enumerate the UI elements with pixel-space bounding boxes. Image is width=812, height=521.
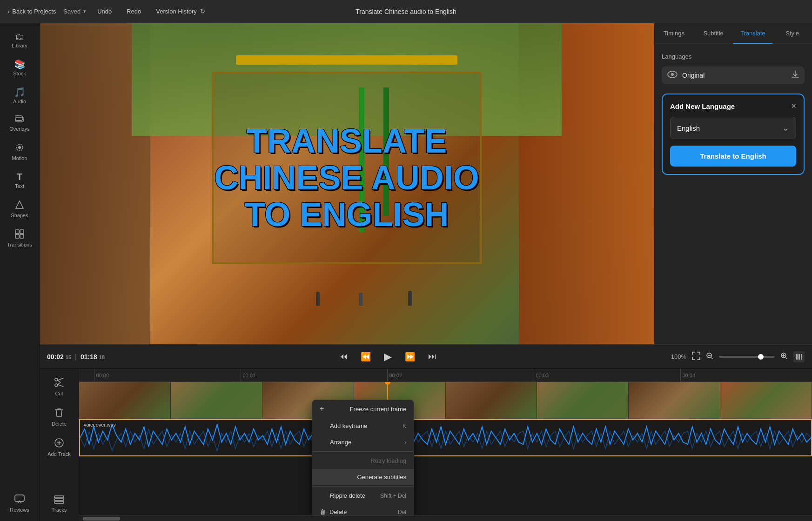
- ctx-separator-1: [312, 451, 414, 452]
- chevron-down-icon: ⌄: [782, 123, 789, 133]
- topbar: ‹ Back to Projects Saved ▾ Undo Redo Ver…: [0, 0, 812, 23]
- thumb-5: [537, 382, 629, 419]
- cut-tool[interactable]: Cut: [42, 373, 76, 401]
- back-to-projects-button[interactable]: ‹ Back to Projects: [7, 8, 56, 15]
- ctx-arrange[interactable]: Arrange ›: [312, 434, 414, 450]
- redo-button[interactable]: Redo: [123, 6, 145, 17]
- saved-chevron-icon: ▾: [83, 8, 86, 14]
- tracks-tool[interactable]: Tracks: [42, 491, 76, 517]
- sidebar-item-stock[interactable]: 📚 Stock: [3, 55, 36, 81]
- ctx-delete[interactable]: 🗑 Delete Del: [312, 504, 414, 515]
- content-area: TRANSLATE CHINESE AUDIO TO ENGLISH Timin…: [40, 23, 812, 521]
- ruler-mark-3: 00:03: [534, 369, 549, 381]
- audio-track: voiceover.wav // We'll use inline rects …: [79, 419, 812, 456]
- svg-rect-6: [20, 230, 24, 234]
- main-layout: 🗂 Library 📚 Stock 🎵 Audio Overlays Motio…: [0, 23, 812, 521]
- thumb-6: [629, 382, 720, 419]
- play-button[interactable]: ▶: [382, 349, 394, 365]
- text-icon: T: [17, 172, 22, 181]
- ctx-freeze-frame[interactable]: + Freeze current frame: [312, 400, 414, 418]
- sidebar-item-library[interactable]: 🗂 Library: [3, 27, 36, 53]
- version-history-button[interactable]: Version History ↻: [152, 6, 209, 17]
- languages-section-label: Languages: [662, 53, 805, 60]
- svg-rect-20: [54, 496, 64, 498]
- overlays-icon: [15, 115, 24, 124]
- sidebar-item-overlays[interactable]: Overlays: [3, 111, 36, 136]
- add-track-icon: [54, 438, 64, 449]
- tab-subtitle[interactable]: Subtitle: [694, 23, 733, 43]
- scroll-thumb[interactable]: [83, 517, 120, 521]
- svg-point-11: [671, 73, 674, 76]
- sidebar-item-motion[interactable]: Motion: [3, 138, 36, 166]
- stock-icon: 📚: [14, 60, 26, 69]
- context-menu: + Freeze current frame Add keyframe K Ar…: [312, 400, 414, 515]
- fullscreen-button[interactable]: [692, 352, 700, 362]
- ctx-separator-2: [312, 486, 414, 487]
- video-track: [79, 382, 812, 419]
- svg-rect-22: [54, 501, 64, 503]
- ctx-delete-icon: 🗑: [320, 508, 326, 515]
- language-select-dropdown[interactable]: English ⌄: [670, 117, 796, 139]
- tab-timings[interactable]: Timings: [654, 23, 694, 43]
- sidebar-item-reviews[interactable]: Reviews: [3, 490, 36, 517]
- skip-to-end-button[interactable]: ⏭: [426, 350, 438, 363]
- tab-translate[interactable]: Translate: [733, 23, 773, 43]
- back-arrow-icon: ‹: [7, 8, 9, 15]
- shapes-icon: [15, 200, 24, 211]
- zoom-thumb: [758, 354, 764, 360]
- undo-button[interactable]: Undo: [94, 6, 115, 17]
- track-thumbnails: [79, 382, 812, 419]
- ruler-mark-4: 00:04: [680, 369, 696, 381]
- tracks-icon: [54, 495, 64, 505]
- skip-to-start-button[interactable]: ⏮: [337, 350, 349, 363]
- preview-panel-row: TRANSLATE CHINESE AUDIO TO ENGLISH Timin…: [40, 23, 812, 344]
- left-sidebar: 🗂 Library 📚 Stock 🎵 Audio Overlays Motio…: [0, 23, 40, 521]
- timeline-content: 00:00 00:01 00:02 00:03 00:04: [79, 369, 812, 521]
- svg-rect-15: [799, 354, 800, 360]
- zoom-in-button[interactable]: [780, 352, 788, 361]
- video-background: TRANSLATE CHINESE AUDIO TO ENGLISH: [40, 23, 654, 344]
- ctx-generate-subtitles[interactable]: Generate subtitles: [312, 469, 414, 485]
- svg-marker-4: [16, 201, 23, 208]
- sidebar-item-audio[interactable]: 🎵 Audio: [3, 83, 36, 109]
- ctx-add-keyframe[interactable]: Add keyframe K: [312, 418, 414, 434]
- add-language-card: Add New Language × English ⌄ Translate t…: [662, 94, 805, 175]
- svg-rect-7: [15, 234, 19, 238]
- current-time-display: 00:02 15 | 01:18 18: [47, 353, 105, 361]
- ruler-mark-2: 00:02: [387, 369, 403, 381]
- video-preview: TRANSLATE CHINESE AUDIO TO ENGLISH: [40, 23, 654, 344]
- saved-status: Saved ▾: [63, 8, 86, 15]
- svg-rect-8: [20, 234, 24, 238]
- ruler-mark-1: 00:01: [241, 369, 256, 381]
- video-text-overlay: TRANSLATE CHINESE AUDIO TO ENGLISH: [207, 123, 486, 234]
- ctx-ripple-delete[interactable]: Ripple delete Shift + Del: [312, 488, 414, 504]
- add-track-tool[interactable]: Add Track: [42, 433, 76, 461]
- cut-icon: [54, 377, 64, 389]
- timeline-scrollbar[interactable]: [79, 515, 812, 521]
- card-header: Add New Language ×: [670, 102, 796, 110]
- sidebar-item-text[interactable]: T Text: [3, 167, 36, 194]
- sidebar-item-shapes[interactable]: Shapes: [3, 195, 36, 223]
- close-card-button[interactable]: ×: [791, 102, 796, 110]
- ruler-mark-0: 00:00: [94, 369, 109, 381]
- timeline-view-button[interactable]: [793, 351, 805, 362]
- fast-forward-button[interactable]: ⏩: [403, 350, 417, 364]
- playback-controls: ⏮ ⏪ ▶ ⏩ ⏭: [112, 349, 664, 365]
- waveform-svg: // We'll use inline rects to simulate a …: [80, 420, 811, 455]
- zoom-level-label: 100%: [671, 353, 686, 360]
- ctx-retry-loading: Retry loading: [312, 453, 414, 469]
- zoom-out-button[interactable]: [706, 352, 713, 361]
- translate-to-english-button[interactable]: Translate to English: [670, 146, 796, 167]
- delete-tool[interactable]: Delete: [42, 403, 76, 431]
- sidebar-item-transitions[interactable]: Transitions: [3, 225, 36, 252]
- rewind-button[interactable]: ⏪: [359, 350, 373, 364]
- download-icon[interactable]: [792, 70, 799, 80]
- original-language-label: Original: [682, 72, 787, 79]
- history-icon: ↻: [200, 8, 205, 15]
- tab-style[interactable]: Style: [772, 23, 812, 43]
- zoom-slider[interactable]: [719, 356, 775, 358]
- library-icon: 🗂: [15, 32, 24, 41]
- timeline-ruler: 00:00 00:01 00:02 00:03 00:04: [79, 369, 812, 382]
- bottom-section: 00:02 15 | 01:18 18 ⏮ ⏪ ▶ ⏩ ⏭ 100%: [40, 344, 812, 521]
- svg-rect-14: [796, 354, 798, 360]
